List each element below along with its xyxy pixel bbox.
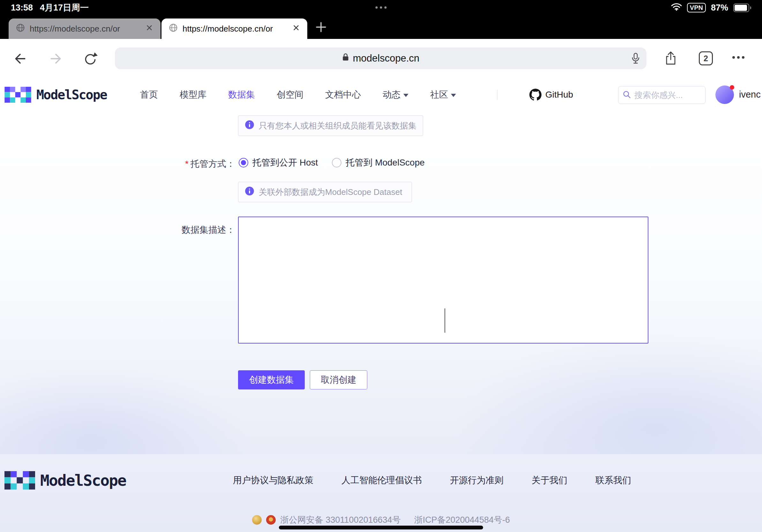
security-badge-icon (252, 515, 262, 525)
create-dataset-button[interactable]: 创建数据集 (238, 370, 305, 389)
date: 4月17日周一 (40, 2, 89, 13)
required-mark: * (185, 159, 189, 169)
browser-tab-active[interactable]: https://modelscope.cn/or (162, 19, 307, 39)
description-textarea[interactable] (238, 217, 648, 344)
nav-studios[interactable]: 创空间 (277, 89, 303, 101)
github-icon (529, 89, 542, 101)
lock-icon (342, 53, 349, 64)
nav-datasets[interactable]: 数据集 (228, 89, 255, 101)
hosting-hint: 关联外部数据成为ModelScope Dataset (238, 182, 412, 202)
description-label: 数据集描述： (0, 224, 235, 236)
cancel-create-button[interactable]: 取消创建 (310, 370, 367, 389)
notification-dot (730, 85, 734, 90)
nav-community[interactable]: 社区 (430, 89, 456, 101)
tab-overview-button[interactable]: 2 (699, 51, 713, 65)
battery-tip-icon (750, 6, 751, 9)
browser-more-button[interactable] (732, 56, 744, 59)
footer-logo[interactable]: ModelScope (4, 454, 126, 506)
radio-selected-icon[interactable] (239, 158, 248, 167)
nav-home[interactable]: 首页 (140, 89, 158, 101)
footer-link-contact[interactable]: 联系我们 (595, 474, 631, 486)
icp-record[interactable]: 浙ICP备2020044584号-6 (414, 514, 510, 526)
browser-toolbar: modelscope.cn 2 (0, 39, 762, 78)
url-text: modelscope.cn (353, 53, 419, 64)
status-bar: 13:58 4月17日周一 VPN 87% (0, 0, 762, 15)
clock: 13:58 (11, 3, 33, 13)
site-footer: ModelScope 用户协议与隐私政策 人工智能伦理倡议书 开源行为准则 关于… (0, 454, 762, 532)
footer-link-about[interactable]: 关于我们 (532, 474, 568, 486)
footer-link-ai-ethics[interactable]: 人工智能伦理倡议书 (342, 474, 422, 486)
radio-label: 托管到 ModelScope (345, 157, 424, 169)
visibility-hint-text: 只有您本人或相关组织成员能看见该数据集 (259, 120, 417, 131)
username[interactable]: ivenc (739, 89, 761, 100)
hosting-hint-text: 关联外部数据成为ModelScope Dataset (259, 187, 402, 198)
main-nav: 首页 模型库 数据集 创空间 文档中心 动态 社区 GitHub (140, 78, 573, 112)
brand-wordmark: ModelScope (37, 87, 107, 102)
battery-icon (733, 4, 749, 12)
police-record[interactable]: 浙公网安备 33011002016634号 (280, 514, 401, 526)
chevron-down-icon (403, 94, 409, 97)
radio-unselected-icon[interactable] (332, 158, 342, 167)
github-link[interactable]: GitHub (529, 89, 573, 101)
site-header: ModelScope 首页 模型库 数据集 创空间 文档中心 动态 社区 Git… (0, 78, 762, 112)
tab-count: 2 (704, 54, 708, 63)
address-bar[interactable]: modelscope.cn (115, 47, 647, 69)
hosting-options: 托管到公开 Host 托管到 ModelScope (239, 156, 425, 170)
radio-host-public[interactable]: 托管到公开 Host (239, 157, 318, 169)
forward-button[interactable] (48, 51, 63, 67)
info-icon (245, 120, 254, 132)
modelscope-logo[interactable]: ModelScope (4, 78, 107, 112)
nav-divider (497, 90, 497, 100)
battery-percent: 87% (711, 3, 728, 13)
search-icon (622, 90, 631, 100)
globe-icon (16, 23, 25, 35)
tab-title: https://modelscope.cn/or (183, 24, 287, 34)
modelscope-logo-icon (4, 471, 35, 490)
chevron-down-icon (451, 94, 456, 97)
nav-models[interactable]: 模型库 (180, 89, 206, 101)
footer-links: 用户协议与隐私政策 人工智能伦理倡议书 开源行为准则 关于我们 联系我们 (233, 454, 631, 506)
tab-title: https://modelscope.cn/or (30, 24, 141, 34)
visibility-hint: 只有您本人或相关组织成员能看见该数据集 (238, 115, 423, 136)
footer-link-open-source[interactable]: 开源行为准则 (450, 474, 503, 486)
brand-wordmark: ModelScope (40, 471, 126, 489)
radio-label: 托管到公开 Host (253, 157, 318, 169)
share-button[interactable] (664, 51, 677, 67)
record-row: 浙公网安备 33011002016634号 浙ICP备2020044584号-6 (0, 514, 762, 526)
close-tab-icon[interactable] (145, 24, 153, 34)
browser-tab-inactive[interactable]: https://modelscope.cn/or (9, 19, 161, 39)
microphone-icon[interactable] (631, 52, 641, 68)
search-input[interactable] (634, 90, 692, 100)
globe-icon (169, 23, 178, 35)
ipad-screen: 13:58 4月17日周一 VPN 87% https: (0, 0, 762, 532)
text-cursor (444, 308, 445, 333)
vpn-badge: VPN (687, 3, 706, 13)
back-button[interactable] (13, 51, 28, 67)
browser-tab-bar: https://modelscope.cn/or https://modelsc… (0, 15, 762, 39)
create-dataset-form: 只有您本人或相关组织成员能看见该数据集 *托管方式： 托管到公开 Host 托管… (0, 112, 762, 454)
multitask-dots-icon[interactable] (376, 6, 387, 9)
radio-host-modelscope[interactable]: 托管到 ModelScope (332, 157, 424, 169)
national-emblem-icon (266, 515, 276, 525)
hosting-label: *托管方式： (0, 158, 235, 170)
footer-link-privacy[interactable]: 用户协议与隐私政策 (233, 474, 313, 486)
avatar[interactable] (716, 86, 734, 104)
home-indicator[interactable] (279, 526, 483, 529)
header-search (618, 86, 706, 104)
close-tab-icon[interactable] (292, 24, 300, 34)
new-tab-button[interactable] (314, 15, 328, 39)
info-icon (245, 186, 254, 198)
wifi-icon (671, 3, 682, 13)
nav-feed[interactable]: 动态 (383, 89, 409, 101)
modelscope-logo-icon (4, 87, 31, 103)
nav-docs[interactable]: 文档中心 (325, 89, 361, 101)
reload-button[interactable] (83, 51, 98, 67)
